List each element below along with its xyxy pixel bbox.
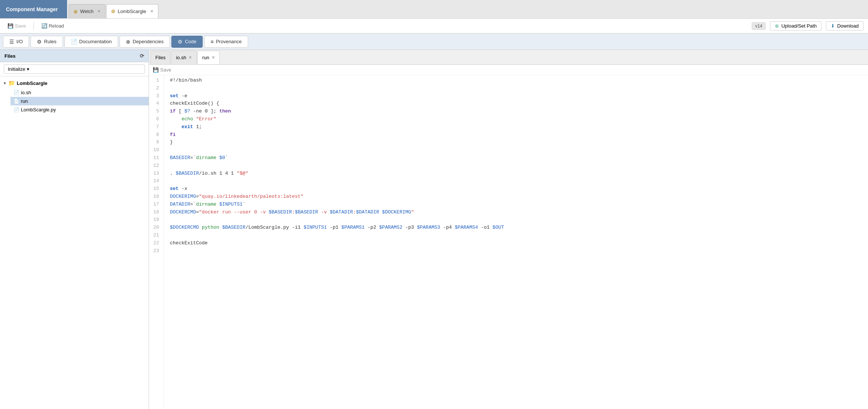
line-number: 19 [152,216,159,224]
code-line: echo "Error" [170,115,868,123]
code-token: -ne 0 ]; [190,108,219,114]
tab-documentation[interactable]: 📄 Documentation [64,36,118,48]
code-token [170,116,181,122]
code-token: $BASEDIR [295,209,318,215]
code-container[interactable]: 1234567891011121314151617181920212223 #!… [149,75,868,409]
dependencies-icon: ⊕ [126,39,130,45]
code-token: -x [178,186,187,191]
code-token: -p3 [402,225,417,230]
tab-provenance[interactable]: ≡ Provenance [204,36,248,48]
download-button[interactable]: ⬇ Download [826,21,864,31]
code-token: "quay.io/linkedearth/paleots:latest" [199,194,304,199]
code-token: $OUT [492,225,504,230]
app-title: Component Manager [0,0,67,18]
line-number: 20 [152,224,159,232]
code-line: } [170,139,868,146]
code-token: set [170,186,178,191]
line-number: 17 [152,201,159,209]
code-content[interactable]: #!/bin/bash set -echeckExitCode() {if [ … [164,75,868,409]
file-item-run[interactable]: 📄 run [10,97,149,105]
tree-folder-lombscargle[interactable]: ▼ 📁 LombScargle [0,78,149,88]
file-item-iosh[interactable]: 📄 io.sh [10,88,149,97]
welch-tab-icon: ⊕ [73,9,78,15]
sidebar-refresh-button[interactable]: ⟳ [140,53,144,59]
reload-label: Reload [49,23,64,29]
code-token: checkExitCode() { [170,101,219,106]
editor-tab-run[interactable]: run ✕ [197,51,220,64]
line-number: 21 [152,232,159,240]
save-icon: 💾 [7,23,13,29]
code-token: $DOCKERIMG [382,209,411,215]
welch-tab-close[interactable]: ✕ [97,9,101,14]
code-token: then [219,108,231,114]
code-token: exit [181,124,193,130]
code-line: DOCKERIMG="quay.io/linkedearth/paleots:l… [170,193,868,201]
dependencies-label: Dependencies [133,39,164,44]
nav-tabs: ☰ I/O ⚙ Rules 📄 Documentation ⊕ Dependen… [0,34,868,50]
save-label: Save [15,23,26,29]
code-token [379,209,382,215]
code-token: $0 [219,155,225,161]
file-icon-iosh: 📄 [13,90,19,95]
tab-dependencies[interactable]: ⊕ Dependencies [120,36,170,48]
tab-code[interactable]: ⚙ Code [171,36,203,48]
code-line: fi [170,131,868,139]
file-item-lombscarglepy[interactable]: 📄 LombScargle.py [10,105,149,114]
code-token: #!/bin/bash [170,77,202,83]
code-token: [ [176,108,184,114]
line-number: 16 [152,193,159,201]
line-number: 6 [152,115,159,123]
reload-icon: 🔄 [41,23,47,29]
code-token: "Error" [196,116,216,122]
main-content: Files ⟳ Initialize ▾ ▼ 📁 LombScargle 📄 i… [0,50,868,409]
code-line: if [ $? -ne 0 ]; then [170,108,868,115]
tab-lombscargle[interactable]: ⊕ LombScargle ✕ [106,4,158,18]
code-token: . [170,171,176,176]
provenance-icon: ≡ [210,39,213,45]
sidebar-toolbar: Initialize ▾ [0,62,149,76]
code-token: = [196,194,199,199]
folder-name: LombScargle [17,80,47,86]
tab-welch[interactable]: ⊕ Welch ✕ [69,4,105,18]
code-token: -v [318,209,330,215]
iosh-tab-label: io.sh [176,55,186,60]
rules-icon: ⚙ [37,39,42,45]
code-token: ` [225,155,228,161]
code-line: #!/bin/bash [170,77,868,85]
editor-save-button[interactable]: 💾 Save [153,67,171,73]
lombscargle-tab-icon: ⊕ [111,8,115,14]
upload-button[interactable]: ⊕ Upload/Set Path [770,21,821,31]
editor-tabs: Files io.sh ✕ run ✕ [149,50,868,65]
line-number: 23 [152,247,159,255]
code-line [170,216,868,224]
run-tab-close[interactable]: ✕ [212,55,215,60]
code-token: : [292,209,295,215]
code-token: DOCKERCMD [170,209,196,215]
code-token: =` [190,155,196,161]
line-number: 3 [152,92,159,100]
code-token: echo [181,116,193,122]
tab-rules[interactable]: ⚙ Rules [31,36,63,48]
code-token [199,225,202,230]
folder-icon: 📁 [8,80,15,86]
line-number: 2 [152,85,159,92]
iosh-tab-close[interactable]: ✕ [189,55,192,60]
initialize-button[interactable]: Initialize ▾ [4,64,145,74]
line-number: 1 [152,77,159,85]
line-numbers: 1234567891011121314151617181920212223 [149,75,164,409]
lombscargle-tab-close[interactable]: ✕ [150,9,153,14]
code-token: DATADIR [170,202,190,207]
reload-button[interactable]: 🔄 Reload [38,22,67,30]
editor-tab-iosh[interactable]: io.sh ✕ [171,51,196,64]
code-token: if [170,108,176,114]
code-token: checkExitCode [170,240,208,246]
code-line [170,146,868,154]
download-icon: ⬇ [831,23,835,29]
save-button[interactable]: 💾 Save [4,22,29,30]
code-line: checkExitCode [170,240,868,247]
app-title-text: Component Manager [6,6,58,12]
code-token: /io.sh 1 4 1 [199,171,237,176]
tab-io[interactable]: ☰ I/O [3,36,29,48]
top-bar: Component Manager ⊕ Welch ✕ ⊕ LombScargl… [0,0,868,19]
editor-tab-files[interactable]: Files [151,51,170,64]
